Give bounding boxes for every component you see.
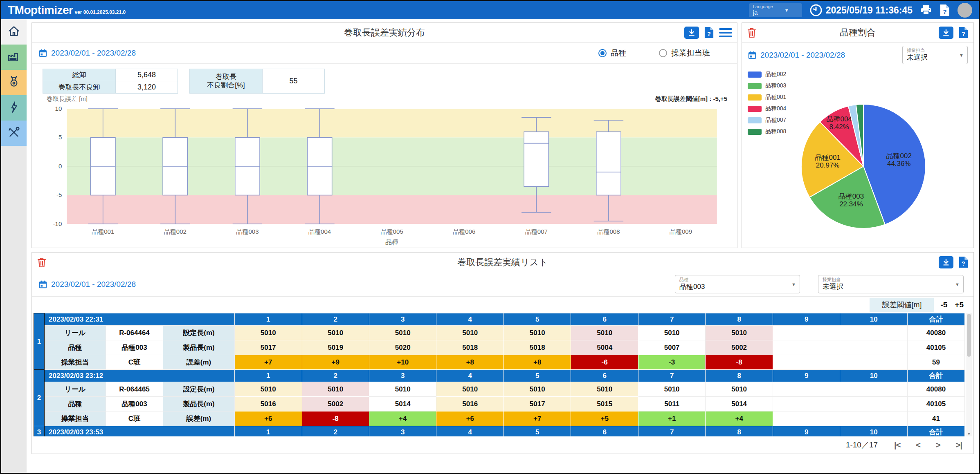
boxplot-chart: 1050-5-10品種001品種002品種003品種004品種005品種006品… — [36, 103, 731, 247]
pie-slice-label: 品種0048.42% — [826, 115, 852, 131]
delete-button[interactable] — [747, 27, 757, 38]
scrollbar-thumb[interactable] — [967, 314, 971, 357]
table-scrollbar[interactable]: ▼ — [966, 313, 972, 436]
data-cell: +1 — [638, 411, 705, 426]
app-title: TMoptimizer — [8, 4, 73, 16]
svg-text:0: 0 — [58, 163, 62, 170]
delete-button[interactable] — [37, 257, 47, 268]
list-panel-title: 巻取長誤差実績リスト — [457, 256, 548, 268]
last-page-icon[interactable]: >| — [956, 440, 962, 450]
data-cell: +4 — [369, 411, 436, 426]
help-icon[interactable]: ? — [940, 4, 950, 16]
calendar-icon — [38, 280, 47, 289]
data-cell — [840, 355, 908, 370]
column-header: 1 — [235, 426, 302, 437]
legend-swatch — [748, 72, 762, 78]
column-header: 10 — [840, 370, 908, 382]
row-label: 操業担当 — [45, 355, 106, 370]
column-header: 7 — [638, 370, 705, 382]
data-cell: -3 — [638, 355, 705, 370]
data-cell: 5010 — [235, 382, 302, 397]
next-page-icon[interactable]: > — [936, 440, 940, 450]
distribution-panel: 巻取長誤差実績分布 ? 2023/02/01 - 2023/ — [31, 22, 737, 248]
download-button[interactable] — [684, 27, 699, 39]
chevron-down-icon: ▼ — [955, 282, 960, 287]
data-cell — [773, 382, 840, 397]
row-label: リール — [45, 382, 106, 397]
legend-item[interactable]: 品種007 — [748, 116, 786, 124]
legend-item[interactable]: 品種003 — [748, 82, 786, 89]
legend-item[interactable]: 品種008 — [748, 128, 786, 135]
group-header-row: 12023/02/03 22:3112345678910合計 — [34, 313, 965, 326]
main-content: 巻取長誤差実績分布 ? 2023/02/01 - 2023/ — [27, 19, 979, 473]
column-header: 2 — [302, 313, 369, 326]
pagination-range: 1-10／17 — [846, 440, 878, 450]
data-cell: 5007 — [638, 340, 705, 355]
table-row: リールR-064464設定長(m)50105010501050105010501… — [34, 326, 965, 340]
avatar[interactable] — [958, 3, 972, 18]
sidebar-item-home[interactable] — [1, 19, 27, 45]
panel-help-button[interactable]: ? — [958, 27, 969, 38]
data-cell: 5015 — [571, 397, 638, 411]
svg-text:-10: -10 — [53, 220, 62, 227]
svg-text:5: 5 — [58, 134, 62, 141]
boxplot-category-label: 品種007 — [525, 228, 548, 235]
sidebar-item-medal[interactable] — [1, 70, 27, 95]
panel-help-button[interactable]: ? — [958, 256, 969, 268]
first-page-icon[interactable]: |< — [894, 440, 900, 450]
language-select[interactable]: Language ja ▼ — [749, 3, 802, 17]
sidebar-item-energy[interactable] — [1, 95, 27, 121]
legend-item[interactable]: 品種004 — [748, 105, 786, 112]
svg-text:?: ? — [707, 31, 711, 37]
sidebar-item-tools[interactable] — [1, 121, 27, 146]
column-header: 6 — [571, 370, 638, 382]
row-value: R-064465 — [106, 382, 163, 397]
legend-label: 品種001 — [765, 94, 786, 101]
download-button[interactable] — [939, 256, 953, 268]
svg-text:-5: -5 — [56, 192, 62, 199]
row-value: C班 — [106, 411, 163, 426]
pie-legend: 品種002品種003品種001品種004品種007品種008 — [748, 71, 786, 139]
results-table-wrap: 12023/02/03 22:3112345678910合計リールR-06446… — [34, 313, 972, 436]
column-header: 4 — [436, 370, 503, 382]
date-range-picker[interactable]: 2023/02/01 - 2023/02/28 — [748, 51, 845, 60]
column-header: 1 — [235, 370, 302, 382]
summary-table: 総卸 5,648 巻取長不良卸 3,120 — [43, 69, 178, 94]
data-cell: 5019 — [302, 340, 369, 355]
download-button[interactable] — [939, 27, 953, 39]
data-cell — [773, 411, 840, 426]
panel-help-button[interactable]: ? — [704, 27, 714, 38]
legend-item[interactable]: 品種002 — [748, 71, 786, 78]
calendar-icon — [748, 51, 757, 60]
data-cell: 5010 — [571, 382, 638, 397]
row-attribute: 製品長(m) — [163, 340, 235, 355]
column-header: 1 — [235, 313, 302, 326]
boxplot-area: 巻取長誤差 [m] 巻取長誤差閾値[m] : -5,+5 1050-5-10品種… — [32, 94, 737, 248]
scroll-down-icon[interactable]: ▼ — [966, 432, 972, 436]
sidebar-item-factory[interactable] — [1, 45, 27, 70]
kind-dropdown[interactable]: 品種 品種003 ▼ — [675, 275, 800, 293]
print-button[interactable] — [920, 4, 932, 16]
pie-panel: 品種割合 ? 2023/02/01 - 2023/02/28 — [742, 22, 974, 248]
operator-dropdown[interactable]: 操業担当 未選択 ▼ — [818, 275, 964, 293]
top-header: TMoptimizer ver 00.01.2025.03.21.0 Langu… — [1, 1, 979, 19]
radio-kind[interactable]: 品種 — [598, 48, 626, 58]
legend-swatch — [748, 94, 762, 101]
chevron-down-icon: ▼ — [784, 8, 789, 13]
row-value: C班 — [106, 355, 163, 370]
data-cell: 5010 — [706, 326, 773, 340]
data-cell: 5010 — [706, 382, 773, 397]
dropdown-label: 操業担当 — [907, 48, 957, 53]
column-header: 合計 — [908, 313, 965, 326]
date-range-picker[interactable]: 2023/02/01 - 2023/02/28 — [38, 280, 136, 289]
legend-label: 品種003 — [765, 82, 786, 89]
menu-icon[interactable] — [719, 28, 732, 37]
operator-dropdown[interactable]: 操業担当 未選択 ▼ — [902, 46, 968, 64]
data-cell: -8 — [302, 411, 369, 426]
radio-operator-team[interactable]: 操業担当班 — [659, 48, 710, 58]
pagination: 1-10／17 |< < > >| — [32, 436, 973, 454]
prev-page-icon[interactable]: < — [916, 440, 920, 450]
legend-item[interactable]: 品種001 — [748, 94, 786, 101]
date-range-picker[interactable]: 2023/02/01 - 2023/02/28 — [38, 49, 136, 58]
row-label: 品種 — [45, 340, 106, 355]
